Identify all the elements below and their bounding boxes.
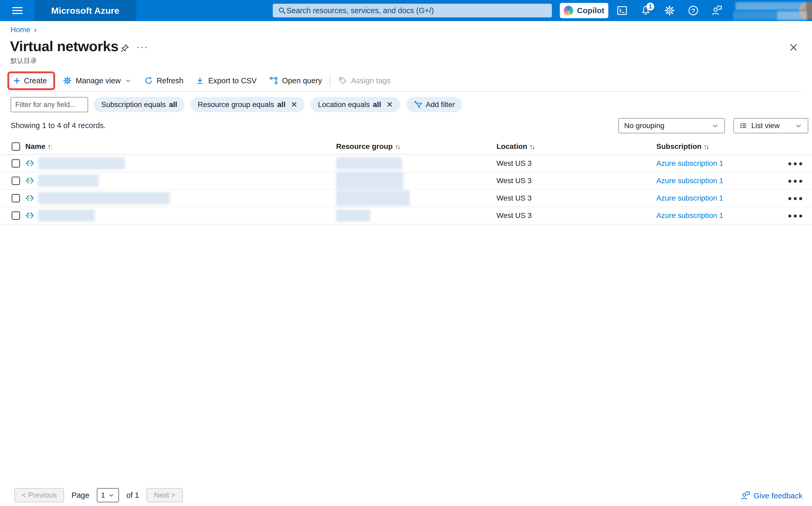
feedback-person-icon[interactable] (711, 5, 723, 16)
toolbar-divider (330, 75, 330, 86)
table-row[interactable]: West US 3 Azure subscription 1 ●●● (0, 155, 812, 172)
row-checkbox[interactable] (12, 177, 20, 185)
row-more-icon[interactable]: ●●● (788, 177, 804, 185)
redacted-name (38, 192, 170, 204)
assign-tags-button[interactable]: Assign tags (336, 76, 393, 85)
subscription-link[interactable]: Azure subscription 1 (656, 194, 723, 202)
remove-filter-icon[interactable]: ✕ (387, 101, 393, 108)
filter-pill-location[interactable]: Location equals all ✕ (311, 97, 400, 112)
redacted-resource-group (336, 209, 370, 222)
column-header-name[interactable]: Name ↑↓ (25, 142, 52, 151)
record-count-status: Showing 1 to 4 of 4 records. (11, 121, 106, 130)
refresh-button[interactable]: Refresh (141, 76, 186, 85)
list-view-icon (739, 122, 747, 130)
virtual-network-icon (25, 176, 34, 185)
subscription-link[interactable]: Azure subscription 1 (656, 212, 723, 220)
chevron-down-icon (125, 77, 132, 84)
chevron-down-icon (795, 122, 803, 130)
redacted-name (38, 209, 95, 222)
pagination: < Previous Page 1 of 1 Next > (14, 488, 183, 502)
download-icon (196, 76, 204, 85)
view-select[interactable]: List view (733, 118, 808, 133)
sort-icon: ↑↓ (395, 143, 400, 151)
filter-pill-subscription[interactable]: Subscription equals all (94, 97, 185, 112)
redacted-name (38, 157, 125, 169)
row-more-icon[interactable]: ●●● (788, 212, 804, 220)
virtual-networks-table: Name ↑↓ Resource group ↑↓ Location ↑↓ Su… (0, 139, 812, 225)
azure-home-link[interactable]: Microsoft Azure (35, 0, 136, 21)
chevron-down-icon (711, 122, 719, 130)
search-input[interactable] (286, 6, 547, 15)
row-checkbox[interactable] (12, 159, 20, 168)
column-header-resource-group[interactable]: Resource group ↑↓ (336, 142, 400, 151)
manage-view-button[interactable]: Manage view (60, 76, 135, 85)
table-row[interactable]: West US 3 Azure subscription 1 ●●● (0, 190, 812, 207)
sort-icon: ↑↓ (530, 143, 534, 151)
create-button[interactable]: + Create (7, 71, 55, 90)
virtual-network-icon (25, 194, 34, 203)
add-filter-button[interactable]: Add filter (406, 97, 463, 112)
redacted-resource-group (336, 190, 410, 206)
search-icon (277, 6, 286, 15)
filter-row: Subscription equals all Resource group e… (11, 97, 462, 112)
cloud-shell-icon[interactable] (616, 5, 628, 16)
pin-icon[interactable] (119, 43, 130, 54)
table-row[interactable]: West US 3 Azure subscription 1 ●●● (0, 172, 812, 190)
brand-title: Microsoft Azure (51, 6, 120, 16)
tag-icon (338, 76, 347, 85)
copilot-icon (564, 6, 573, 15)
gear-icon (63, 76, 72, 85)
row-more-icon[interactable]: ●●● (788, 194, 804, 202)
refresh-icon (144, 76, 153, 85)
give-feedback-link[interactable]: Give feedback (741, 491, 803, 501)
account-info-redacted[interactable] (733, 0, 812, 21)
notifications-bell-icon[interactable]: 1 (640, 5, 652, 16)
page-of-label: of 1 (126, 491, 139, 500)
row-more-icon[interactable]: ●●● (788, 159, 804, 167)
settings-gear-icon[interactable] (664, 5, 675, 16)
page-number-select[interactable]: 1 (97, 488, 119, 502)
breadcrumb-home-link[interactable]: Home (11, 25, 30, 34)
subscription-link[interactable]: Azure subscription 1 (656, 177, 723, 185)
redacted-resource-group (336, 172, 403, 190)
column-header-location[interactable]: Location ↑↓ (496, 142, 534, 151)
select-all-checkbox[interactable] (12, 142, 20, 151)
help-icon[interactable]: ? (687, 5, 699, 16)
page-label: Page (71, 491, 89, 500)
location-cell: West US 3 (496, 177, 532, 185)
close-page-icon[interactable] (788, 42, 799, 53)
column-header-subscription[interactable]: Subscription ↑↓ (656, 142, 708, 151)
row-checkbox[interactable] (12, 194, 20, 202)
previous-page-button[interactable]: < Previous (14, 488, 64, 502)
grouping-select[interactable]: No grouping (618, 118, 725, 133)
sort-icon: ↑↓ (48, 143, 52, 151)
virtual-network-icon (25, 159, 34, 168)
svg-text:?: ? (691, 7, 695, 14)
breadcrumb-chevron-icon: › (34, 25, 37, 34)
open-query-button[interactable]: Open query (266, 76, 325, 85)
row-checkbox[interactable] (12, 212, 20, 220)
export-csv-button[interactable]: Export to CSV (193, 76, 259, 85)
chevron-down-icon (108, 492, 115, 499)
redacted-resource-group (336, 157, 402, 169)
location-cell: West US 3 (496, 159, 532, 167)
filter-pill-resource-group[interactable]: Resource group equals all ✕ (191, 97, 305, 112)
hamburger-menu-icon[interactable] (0, 0, 35, 21)
redacted-name (38, 175, 99, 187)
page-title: Virtual networks (10, 38, 119, 54)
next-page-button[interactable]: Next > (146, 488, 183, 502)
table-row[interactable]: West US 3 Azure subscription 1 ●●● (0, 207, 812, 225)
field-filter-input[interactable] (11, 97, 88, 112)
title-more-icon[interactable]: ··· (137, 41, 148, 52)
subscription-link[interactable]: Azure subscription 1 (656, 159, 723, 167)
toolbar-rule (11, 91, 801, 92)
command-bar: + Create Manage view Refresh (7, 69, 393, 92)
global-search[interactable] (273, 4, 552, 17)
open-query-icon (269, 76, 278, 85)
location-cell: West US 3 (496, 194, 532, 202)
add-filter-funnel-icon (414, 100, 423, 109)
copilot-button[interactable]: Copilot (560, 3, 608, 18)
top-bar: Microsoft Azure Copilot 1 (0, 0, 812, 21)
notification-count-badge: 1 (646, 3, 654, 11)
remove-filter-icon[interactable]: ✕ (291, 101, 297, 108)
